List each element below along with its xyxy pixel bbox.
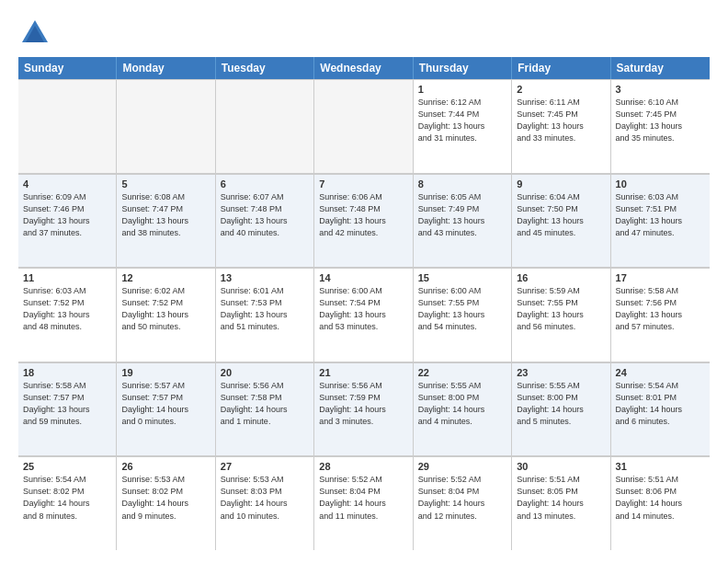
calendar-row-4: 25Sunrise: 5:54 AMSunset: 8:02 PMDayligh… [18,456,710,550]
day-number: 2 [517,84,605,95]
calendar-cell: 21Sunrise: 5:56 AMSunset: 7:59 PMDayligh… [314,362,413,456]
day-info: Sunrise: 6:09 AMSunset: 7:46 PMDaylight:… [23,191,111,239]
day-info: Sunrise: 6:07 AMSunset: 7:48 PMDaylight:… [221,191,309,239]
calendar-cell: 15Sunrise: 6:00 AMSunset: 7:55 PMDayligh… [414,268,512,362]
day-info: Sunrise: 5:53 AMSunset: 8:03 PMDaylight:… [221,474,309,522]
calendar-cell: 16Sunrise: 5:59 AMSunset: 7:55 PMDayligh… [512,268,610,362]
day-number: 28 [319,461,407,472]
calendar-body: 1Sunrise: 6:12 AMSunset: 7:44 PMDaylight… [18,79,710,550]
calendar-cell: 6Sunrise: 6:07 AMSunset: 7:48 PMDaylight… [216,174,314,268]
day-info: Sunrise: 5:54 AMSunset: 8:01 PMDaylight:… [616,380,705,428]
day-number: 31 [616,461,705,472]
calendar-cell: 17Sunrise: 5:58 AMSunset: 7:56 PMDayligh… [611,268,710,362]
day-info: Sunrise: 5:56 AMSunset: 7:59 PMDaylight:… [319,380,407,428]
calendar-cell: 26Sunrise: 5:53 AMSunset: 8:02 PMDayligh… [117,456,215,550]
day-number: 5 [121,178,210,190]
calendar-row-3: 18Sunrise: 5:58 AMSunset: 7:57 PMDayligh… [18,362,710,457]
day-number: 12 [121,272,210,283]
day-number: 15 [418,272,506,283]
day-number: 19 [121,367,210,378]
day-info: Sunrise: 5:51 AMSunset: 8:05 PMDaylight:… [517,474,605,522]
day-info: Sunrise: 5:54 AMSunset: 8:02 PMDaylight:… [23,474,111,522]
day-number: 17 [616,272,705,283]
calendar-cell: 8Sunrise: 6:05 AMSunset: 7:49 PMDaylight… [414,174,512,268]
day-number: 22 [418,367,506,378]
day-number: 25 [23,461,111,472]
header-day-saturday: Saturday [611,57,710,79]
day-info: Sunrise: 5:55 AMSunset: 8:00 PMDaylight:… [517,380,605,428]
day-number: 14 [319,272,407,283]
day-number: 30 [517,461,605,472]
calendar-page: SundayMondayTuesdayWednesdayThursdayFrid… [0,0,728,563]
day-info: Sunrise: 6:00 AMSunset: 7:55 PMDaylight:… [418,285,506,333]
header [18,17,710,50]
day-info: Sunrise: 5:59 AMSunset: 7:55 PMDaylight:… [517,285,605,333]
calendar-cell [314,79,413,173]
header-day-wednesday: Wednesday [314,57,413,79]
day-number: 4 [23,178,111,190]
day-info: Sunrise: 6:10 AMSunset: 7:45 PMDaylight:… [616,97,705,144]
day-info: Sunrise: 6:08 AMSunset: 7:47 PMDaylight:… [121,191,210,239]
calendar-cell [117,79,215,173]
logo [18,17,57,50]
day-number: 8 [418,178,506,190]
calendar-cell: 19Sunrise: 5:57 AMSunset: 7:57 PMDayligh… [117,362,215,456]
calendar-cell: 12Sunrise: 6:02 AMSunset: 7:52 PMDayligh… [117,268,215,362]
day-info: Sunrise: 6:03 AMSunset: 7:51 PMDaylight:… [616,191,705,239]
calendar-cell [18,79,117,173]
calendar-cell: 31Sunrise: 5:51 AMSunset: 8:06 PMDayligh… [611,456,710,550]
day-info: Sunrise: 6:04 AMSunset: 7:50 PMDaylight:… [517,191,605,239]
day-info: Sunrise: 5:51 AMSunset: 8:06 PMDaylight:… [616,474,705,522]
day-info: Sunrise: 6:06 AMSunset: 7:48 PMDaylight:… [319,191,407,239]
day-number: 6 [221,178,309,190]
header-day-sunday: Sunday [18,57,117,79]
calendar-cell: 13Sunrise: 6:01 AMSunset: 7:53 PMDayligh… [216,268,314,362]
calendar-cell: 11Sunrise: 6:03 AMSunset: 7:52 PMDayligh… [18,268,117,362]
calendar-cell: 14Sunrise: 6:00 AMSunset: 7:54 PMDayligh… [314,268,413,362]
day-info: Sunrise: 5:56 AMSunset: 7:58 PMDaylight:… [221,380,309,428]
day-number: 29 [418,461,506,472]
day-info: Sunrise: 5:57 AMSunset: 7:57 PMDaylight:… [121,380,210,428]
day-info: Sunrise: 6:12 AMSunset: 7:44 PMDaylight:… [418,97,506,144]
header-day-tuesday: Tuesday [216,57,314,79]
calendar: SundayMondayTuesdayWednesdayThursdayFrid… [18,57,710,550]
calendar-cell: 27Sunrise: 5:53 AMSunset: 8:03 PMDayligh… [216,456,314,550]
day-info: Sunrise: 5:53 AMSunset: 8:02 PMDaylight:… [121,474,210,522]
day-info: Sunrise: 6:03 AMSunset: 7:52 PMDaylight:… [23,285,111,333]
day-number: 7 [319,178,407,190]
day-number: 16 [517,272,605,283]
calendar-row-2: 11Sunrise: 6:03 AMSunset: 7:52 PMDayligh… [18,268,710,362]
calendar-cell: 2Sunrise: 6:11 AMSunset: 7:45 PMDaylight… [512,79,610,173]
day-number: 23 [517,367,605,378]
calendar-cell [216,79,314,173]
calendar-cell: 29Sunrise: 5:52 AMSunset: 8:04 PMDayligh… [414,456,512,550]
calendar-cell: 18Sunrise: 5:58 AMSunset: 7:57 PMDayligh… [18,362,117,456]
calendar-cell: 20Sunrise: 5:56 AMSunset: 7:58 PMDayligh… [216,362,314,456]
calendar-row-0: 1Sunrise: 6:12 AMSunset: 7:44 PMDaylight… [18,79,710,174]
day-info: Sunrise: 6:05 AMSunset: 7:49 PMDaylight:… [418,191,506,239]
day-number: 27 [221,461,309,472]
calendar-cell: 23Sunrise: 5:55 AMSunset: 8:00 PMDayligh… [512,362,610,456]
day-number: 3 [616,84,705,95]
day-number: 24 [616,367,705,378]
calendar-cell: 9Sunrise: 6:04 AMSunset: 7:50 PMDaylight… [512,174,610,268]
day-info: Sunrise: 5:52 AMSunset: 8:04 PMDaylight:… [418,474,506,522]
day-info: Sunrise: 6:01 AMSunset: 7:53 PMDaylight:… [221,285,309,333]
day-number: 11 [23,272,111,283]
calendar-cell: 5Sunrise: 6:08 AMSunset: 7:47 PMDaylight… [117,174,215,268]
header-day-friday: Friday [512,57,610,79]
calendar-header-row: SundayMondayTuesdayWednesdayThursdayFrid… [18,57,710,79]
day-info: Sunrise: 5:58 AMSunset: 7:57 PMDaylight:… [23,380,111,428]
calendar-cell: 1Sunrise: 6:12 AMSunset: 7:44 PMDaylight… [414,79,512,173]
logo-icon [18,17,51,50]
day-info: Sunrise: 6:11 AMSunset: 7:45 PMDaylight:… [517,97,605,144]
calendar-cell: 28Sunrise: 5:52 AMSunset: 8:04 PMDayligh… [314,456,413,550]
header-day-monday: Monday [117,57,215,79]
calendar-cell: 25Sunrise: 5:54 AMSunset: 8:02 PMDayligh… [18,456,117,550]
day-info: Sunrise: 6:00 AMSunset: 7:54 PMDaylight:… [319,285,407,333]
day-info: Sunrise: 5:58 AMSunset: 7:56 PMDaylight:… [616,285,705,333]
day-info: Sunrise: 6:02 AMSunset: 7:52 PMDaylight:… [121,285,210,333]
header-day-thursday: Thursday [414,57,512,79]
day-info: Sunrise: 5:52 AMSunset: 8:04 PMDaylight:… [319,474,407,522]
calendar-cell: 3Sunrise: 6:10 AMSunset: 7:45 PMDaylight… [611,79,710,173]
